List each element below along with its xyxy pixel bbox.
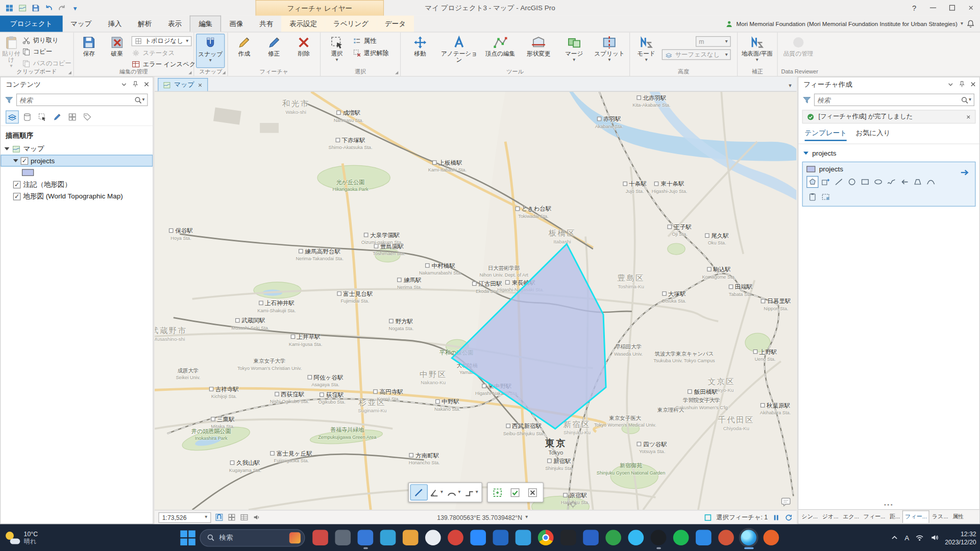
- ellipse-tool-icon[interactable]: [872, 176, 884, 188]
- cancel-sketch-button[interactable]: [524, 484, 541, 500]
- map-tab[interactable]: マップ: [158, 78, 208, 91]
- trace-tool[interactable]: ▾: [462, 484, 480, 500]
- edit-vertices-button[interactable]: 頂点の編集: [481, 34, 519, 68]
- taskbar-app-icon-9[interactable]: [493, 530, 509, 545]
- line-segment-tool[interactable]: [410, 484, 427, 500]
- taskbar-app-icon-16[interactable]: [651, 530, 667, 545]
- mode-button[interactable]: モード▾: [632, 34, 660, 68]
- contents-search-box[interactable]: ▾: [16, 93, 148, 106]
- dock-tab-4[interactable]: フィー...: [862, 511, 887, 522]
- save-project-icon[interactable]: [30, 2, 41, 13]
- coordinates-display[interactable]: 139.7800563°E 35.7039482°N▾: [437, 514, 528, 520]
- template-card-projects[interactable]: projects: [802, 162, 976, 207]
- help-button[interactable]: ?: [905, 0, 924, 16]
- selected-features-count[interactable]: 選択フィーチャ: 1: [716, 513, 768, 521]
- close-panel-icon[interactable]: [969, 81, 977, 88]
- tab-共有[interactable]: 共有: [251, 16, 281, 32]
- finish-sketch-button[interactable]: [506, 484, 524, 500]
- error-inspector-button[interactable]: エラー インスペクター: [132, 60, 192, 68]
- taskbar-app-icon-12[interactable]: [560, 530, 576, 545]
- discard-edits-button[interactable]: 破棄: [104, 34, 130, 68]
- taskbar-app-icon-10[interactable]: [516, 530, 531, 545]
- taskbar-app-icon-18[interactable]: [696, 530, 712, 545]
- tab-list-icon[interactable]: ▾: [789, 82, 796, 91]
- tab-templates[interactable]: テンプレート: [804, 129, 847, 141]
- minimize-button[interactable]: [924, 0, 943, 16]
- tab-編集[interactable]: 編集: [190, 16, 221, 32]
- create-button[interactable]: 作成: [230, 34, 258, 68]
- taskbar-app-icon-14[interactable]: [605, 530, 621, 545]
- refresh-view-icon[interactable]: [785, 513, 793, 521]
- close-button[interactable]: [961, 0, 980, 16]
- taskbar-app-icon-20[interactable]: [741, 530, 756, 545]
- freehand-tool-icon[interactable]: [886, 176, 897, 188]
- new-map-icon[interactable]: [17, 2, 28, 13]
- taskbar-app-icon-19[interactable]: [718, 530, 734, 545]
- curve-tool-icon[interactable]: [925, 176, 937, 188]
- snapping-status-icon[interactable]: [215, 513, 224, 521]
- reshape-button[interactable]: 形状変更: [521, 34, 557, 68]
- pin-icon[interactable]: [132, 81, 139, 88]
- taskbar-app-icon-4[interactable]: [380, 530, 396, 545]
- grid-toggle-icon[interactable]: [227, 513, 236, 521]
- paste-button[interactable]: 貼り付け▾: [2, 34, 21, 68]
- taskbar-app-icon-13[interactable]: [583, 530, 599, 545]
- layer-visibility-checkbox[interactable]: [13, 192, 21, 200]
- dock-tab-1[interactable]: シン...: [800, 511, 820, 522]
- circle-tool-icon[interactable]: [846, 176, 857, 188]
- tab-favorites[interactable]: お気に入り: [855, 129, 890, 141]
- clock[interactable]: 12:32 2023/12/20: [945, 530, 976, 546]
- dock-tab-7[interactable]: ラス...: [930, 511, 950, 522]
- search-dropdown-icon[interactable]: ▾: [969, 97, 971, 103]
- taskbar-app-icon-8[interactable]: [470, 530, 486, 545]
- angle-constraint-tool[interactable]: ▾: [427, 484, 445, 500]
- tab-ラベリング[interactable]: ラベリング: [325, 16, 377, 32]
- search-dropdown-icon[interactable]: ▾: [142, 97, 144, 103]
- dismiss-message-icon[interactable]: [966, 114, 971, 119]
- polygon-tool-icon[interactable]: [806, 176, 818, 188]
- pause-drawing-icon[interactable]: [772, 513, 780, 521]
- view-drawing-order-icon[interactable]: [6, 110, 19, 123]
- contents-search-input[interactable]: [19, 96, 134, 104]
- taskbar-app-icon-17[interactable]: [673, 530, 689, 545]
- view-editing-icon[interactable]: [51, 110, 64, 123]
- taskbar-search[interactable]: 検索: [200, 529, 305, 546]
- tree-item-注記（地形図）[interactable]: 注記（地形図）: [1, 179, 153, 190]
- view-source-icon[interactable]: [20, 110, 34, 123]
- move-sketch-tool[interactable]: [489, 484, 506, 500]
- tab-project[interactable]: プロジェクト: [0, 16, 62, 32]
- selection-dialog-launcher[interactable]: [395, 71, 398, 74]
- taskbar-app-icon-15[interactable]: [628, 530, 644, 545]
- app-menu-icon[interactable]: [4, 2, 15, 13]
- elevation-unit-combo[interactable]: m▾: [696, 36, 731, 47]
- view-selection-icon[interactable]: [36, 110, 49, 123]
- dock-tab-2[interactable]: ジオ...: [820, 511, 840, 522]
- tab-マップ[interactable]: マップ: [62, 16, 100, 32]
- paste-tool-icon[interactable]: [806, 191, 818, 203]
- line-tool-icon[interactable]: [833, 176, 845, 188]
- attributes-button[interactable]: 属性: [353, 36, 389, 45]
- weather-widget[interactable]: 10°C 晴れ: [5, 530, 38, 545]
- ground-plane-button[interactable]: 地表面/平面▾: [740, 34, 775, 68]
- taskbar-app-icon-6[interactable]: [425, 530, 441, 545]
- merge-button[interactable]: マージ▾: [558, 34, 590, 68]
- dock-tab-8[interactable]: 属性: [951, 511, 966, 522]
- notification-bubble-icon[interactable]: [780, 496, 792, 507]
- pin-icon[interactable]: [958, 81, 966, 88]
- select-button[interactable]: 選択▾: [323, 34, 351, 68]
- clipboard-dialog-launcher[interactable]: [68, 71, 71, 74]
- surface-combo[interactable]: サーフェスなし▾: [662, 49, 731, 60]
- panel-menu-icon[interactable]: [947, 81, 954, 88]
- taskbar-app-icon-2[interactable]: [335, 530, 351, 545]
- layer-visibility-checkbox[interactable]: [20, 157, 28, 165]
- taskbar-app-icon-11[interactable]: [538, 530, 554, 545]
- arrow-left-tool-icon[interactable]: [899, 176, 911, 188]
- taskbar-app-icon-1[interactable]: [312, 530, 328, 545]
- copy-button[interactable]: コピー: [22, 47, 71, 57]
- filter-icon[interactable]: [5, 95, 14, 105]
- account-name[interactable]: Mori Memorial Foundation (Mori Memorial …: [736, 20, 957, 27]
- template-search-box[interactable]: ▾: [814, 93, 974, 106]
- active-template-arrow-icon[interactable]: [960, 167, 970, 178]
- table-toggle-icon[interactable]: [240, 513, 249, 521]
- dock-tab-3[interactable]: エク...: [841, 511, 861, 522]
